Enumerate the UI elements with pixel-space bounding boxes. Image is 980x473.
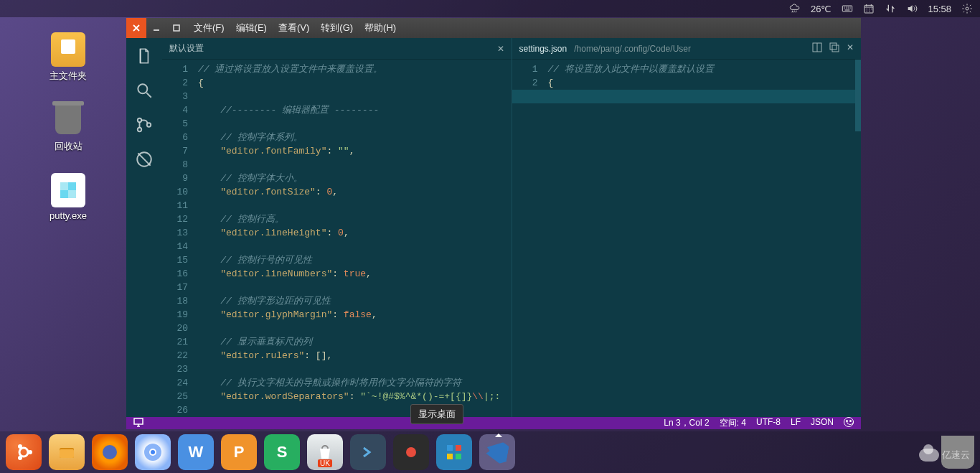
status-lang[interactable]: JSON bbox=[811, 417, 834, 429]
filepath-label: /home/pang/.config/Code/User bbox=[574, 44, 691, 54]
volume-icon[interactable] bbox=[906, 3, 918, 14]
more-actions-icon[interactable] bbox=[829, 42, 839, 55]
code-area-left[interactable]: 1234567891011121314151617181920212223242… bbox=[162, 60, 512, 417]
dock-app-wps-spreadsheet[interactable]: S bbox=[264, 434, 300, 470]
folder-icon bbox=[51, 32, 85, 67]
gutter: 1234567891011121314151617181920212223242… bbox=[162, 60, 198, 417]
watermark: 亿速云 bbox=[919, 449, 970, 462]
dock-app-show-desktop[interactable] bbox=[436, 434, 472, 470]
svg-point-14 bbox=[28, 450, 32, 454]
svg-rect-10 bbox=[830, 43, 837, 50]
status-encoding[interactable]: UTF-8 bbox=[756, 417, 781, 429]
status-remote-icon[interactable] bbox=[133, 417, 143, 429]
clock-label: 15:58 bbox=[928, 4, 951, 14]
search-icon[interactable] bbox=[135, 81, 154, 100]
dock-app-wps-presentation[interactable]: P bbox=[221, 434, 257, 470]
dock-app-software-center[interactable] bbox=[307, 434, 343, 470]
system-topbar: 26℃ 15:58 bbox=[0, 0, 980, 17]
svg-point-4 bbox=[138, 84, 147, 93]
gear-icon[interactable] bbox=[961, 3, 973, 14]
cloud-icon bbox=[919, 449, 939, 462]
tooltip-show-desktop: 显示桌面 bbox=[410, 404, 463, 424]
svg-rect-3 bbox=[174, 25, 179, 31]
editor-pane-user-settings: settings.json /home/pang/.config/Code/Us… bbox=[512, 38, 862, 417]
trash-icon bbox=[55, 106, 81, 134]
vscode-window: 文件(F) 编辑(E) 查看(V) 转到(G) 帮助(H) 默认设置 ✕ bbox=[126, 18, 861, 427]
menu-file[interactable]: 文件(F) bbox=[194, 22, 225, 34]
activity-bar bbox=[126, 38, 162, 417]
debug-icon[interactable] bbox=[135, 150, 154, 169]
desktop-icon-label: 回收站 bbox=[55, 140, 83, 153]
svg-rect-24 bbox=[456, 445, 461, 451]
close-icon[interactable]: ✕ bbox=[497, 44, 504, 54]
cursor-highlight bbox=[512, 90, 856, 103]
feedback-icon[interactable] bbox=[844, 417, 854, 427]
svg-point-15 bbox=[18, 444, 22, 449]
code-lines[interactable]: // 通过将设置放入设置文件中来覆盖设置。{ //-------- 编辑器配置 … bbox=[198, 60, 512, 417]
dock-app-firefox[interactable] bbox=[92, 434, 128, 470]
menu-help[interactable]: 帮助(H) bbox=[364, 22, 396, 34]
status-eol[interactable]: LF bbox=[791, 417, 801, 429]
temperature-label: 26℃ bbox=[811, 4, 831, 14]
pane-title: 默认设置 bbox=[169, 42, 204, 55]
close-icon[interactable]: ✕ bbox=[847, 42, 854, 55]
desktop-trash[interactable]: 回收站 bbox=[39, 103, 97, 153]
menu-edit[interactable]: 编辑(E) bbox=[236, 22, 267, 34]
svg-point-13 bbox=[19, 448, 28, 456]
menu-goto[interactable]: 转到(G) bbox=[321, 22, 353, 34]
window-titlebar[interactable]: 文件(F) 编辑(E) 查看(V) 转到(G) 帮助(H) bbox=[126, 18, 861, 38]
code-lines[interactable]: // 将设置放入此文件中以覆盖默认设置{} bbox=[548, 60, 862, 417]
window-maximize-button[interactable] bbox=[166, 18, 187, 38]
dock-app-screen-recorder[interactable] bbox=[393, 434, 429, 470]
svg-point-5 bbox=[138, 118, 141, 122]
gutter: 123 bbox=[512, 60, 548, 417]
svg-rect-23 bbox=[447, 445, 453, 451]
filename-label: settings.json bbox=[519, 44, 567, 54]
editor-split: 默认设置 ✕ 123456789101112131415161718192021… bbox=[162, 38, 861, 417]
svg-rect-25 bbox=[447, 454, 453, 459]
editor-pane-default-settings: 默认设置 ✕ 123456789101112131415161718192021… bbox=[162, 38, 512, 417]
explorer-icon[interactable] bbox=[135, 47, 154, 65]
dock-app-chromium[interactable] bbox=[135, 434, 171, 470]
menu-view[interactable]: 查看(V) bbox=[278, 22, 309, 34]
putty-icon bbox=[51, 173, 85, 207]
svg-rect-26 bbox=[456, 454, 461, 459]
window-close-button[interactable] bbox=[126, 18, 146, 38]
dock-app-ubuntu[interactable] bbox=[6, 434, 42, 470]
svg-point-16 bbox=[18, 456, 22, 460]
svg-point-6 bbox=[138, 128, 141, 131]
pane-header: settings.json /home/pang/.config/Code/Us… bbox=[512, 38, 862, 60]
svg-rect-12 bbox=[134, 418, 143, 424]
dock-app-wps-writer[interactable]: W bbox=[178, 434, 214, 470]
network-icon[interactable] bbox=[885, 3, 896, 14]
keyboard-icon[interactable] bbox=[842, 3, 853, 14]
dock-app-terminal[interactable] bbox=[350, 434, 386, 470]
desktop-icon-label: putty.exe bbox=[50, 210, 87, 221]
svg-rect-11 bbox=[832, 45, 839, 52]
vscode-icon bbox=[485, 440, 510, 465]
code-area-right[interactable]: 123 // 将设置放入此文件中以覆盖默认设置{} bbox=[512, 60, 862, 417]
dock: W P S bbox=[0, 431, 980, 473]
pane-header: 默认设置 ✕ bbox=[162, 38, 512, 60]
svg-point-19 bbox=[103, 445, 117, 459]
svg-rect-18 bbox=[60, 449, 74, 458]
svg-point-2 bbox=[966, 7, 969, 10]
svg-point-7 bbox=[147, 123, 151, 126]
scrollbar[interactable] bbox=[855, 60, 861, 131]
status-spaces[interactable]: 空间: 4 bbox=[720, 417, 746, 429]
git-icon[interactable] bbox=[135, 116, 154, 134]
desktop-icons: 主文件夹 回收站 putty.exe bbox=[39, 32, 97, 221]
svg-point-22 bbox=[151, 450, 155, 454]
desktop-putty[interactable]: putty.exe bbox=[39, 173, 97, 221]
split-editor-icon[interactable] bbox=[812, 42, 822, 55]
weather-icon bbox=[789, 3, 801, 14]
desktop-home-folder[interactable]: 主文件夹 bbox=[39, 32, 97, 83]
window-minimize-button[interactable] bbox=[146, 18, 166, 38]
menubar: 文件(F) 编辑(E) 查看(V) 转到(G) 帮助(H) bbox=[187, 22, 396, 34]
statusbar: Ln 3，Col 2 空间: 4 UTF-8 LF JSON bbox=[126, 417, 861, 429]
status-lncol[interactable]: Ln 3，Col 2 bbox=[664, 417, 709, 429]
dock-app-files[interactable] bbox=[49, 434, 85, 470]
calendar-icon[interactable] bbox=[863, 3, 875, 14]
dock-app-vscode[interactable] bbox=[479, 434, 515, 470]
desktop-icon-label: 主文件夹 bbox=[50, 70, 87, 83]
